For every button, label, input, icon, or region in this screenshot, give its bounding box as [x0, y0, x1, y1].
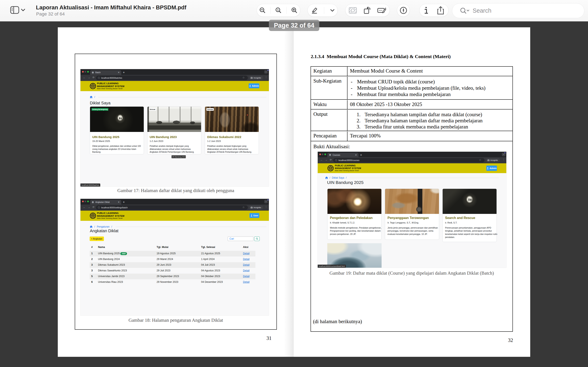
svg-text:1: 1 [277, 8, 278, 11]
